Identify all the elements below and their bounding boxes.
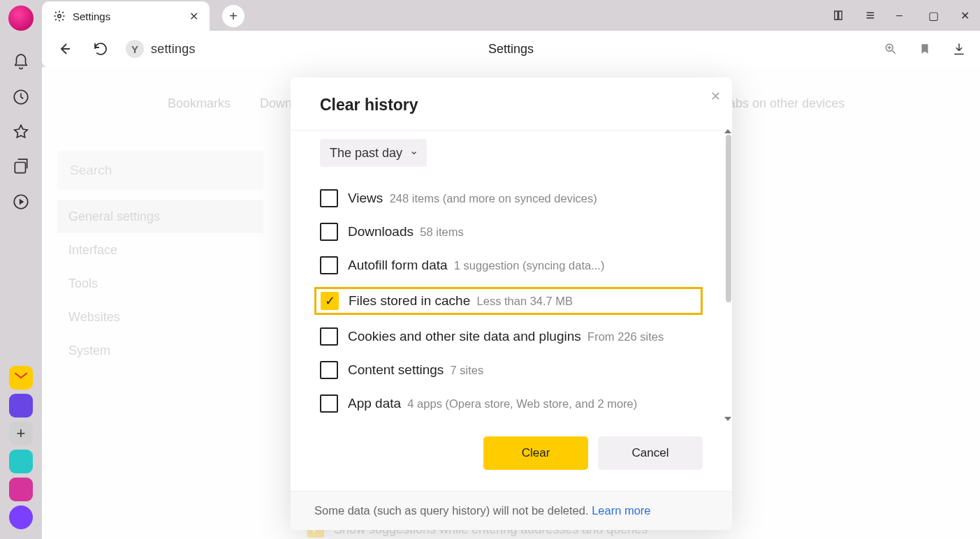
address-bar: Y settings Settings [42, 31, 980, 67]
window-controls: – ▢ ✕ [832, 0, 973, 31]
tab-settings[interactable]: Settings ✕ [42, 1, 210, 31]
app-service-2[interactable] [9, 450, 33, 473]
checkbox-appdata[interactable] [320, 394, 338, 413]
assistant-icon[interactable] [9, 505, 33, 529]
close-window-button[interactable]: ✕ [960, 9, 973, 22]
modal-footer: Some data (such as query history) will n… [291, 491, 732, 530]
scroll-down-arrow[interactable] [724, 417, 731, 421]
item-cache[interactable]: ✓ Files stored in cache Less than 34.7 M… [314, 287, 703, 315]
app-service-3[interactable] [9, 478, 33, 501]
cancel-button[interactable]: Cancel [598, 436, 703, 470]
history-icon[interactable] [12, 88, 30, 106]
checkbox-content[interactable] [320, 361, 338, 379]
checkbox-autofill[interactable] [320, 256, 338, 274]
play-icon[interactable] [12, 193, 30, 211]
svg-point-3 [58, 15, 61, 18]
star-icon[interactable] [12, 123, 30, 141]
tab-title: Settings [73, 10, 110, 22]
zoom-icon[interactable] [884, 42, 898, 56]
clear-button[interactable]: Clear [483, 436, 588, 470]
modal-scrollbar[interactable] [724, 131, 732, 420]
reload-icon[interactable] [92, 40, 109, 57]
item-autofill[interactable]: Autofill form data 1 suggestion (syncing… [320, 253, 703, 277]
item-downloads[interactable]: Downloads 58 items [320, 220, 703, 244]
download-icon[interactable] [952, 42, 966, 56]
add-app-button[interactable]: + [9, 422, 33, 445]
menu-icon[interactable] [864, 9, 877, 22]
footer-text: Some data (such as query history) will n… [314, 504, 592, 517]
left-sidebar: + [0, 0, 42, 539]
maximize-button[interactable]: ▢ [928, 9, 941, 22]
modal-title: Clear history [320, 96, 418, 114]
item-content-settings[interactable]: Content settings 7 sites [320, 358, 703, 382]
item-app-data[interactable]: App data 4 apps (Opera store, Web store,… [320, 392, 703, 415]
clear-history-modal: Clear history ✕ The past day Views 248 i… [291, 77, 732, 530]
bell-icon[interactable] [12, 53, 30, 71]
app-mail[interactable] [9, 366, 33, 390]
svg-rect-1 [15, 163, 25, 173]
scroll-thumb[interactable] [726, 135, 731, 302]
time-range-select[interactable]: The past day [320, 139, 427, 167]
checkbox-downloads[interactable] [320, 223, 338, 241]
minimize-button[interactable]: – [896, 9, 909, 22]
reading-mode-icon[interactable] [832, 9, 844, 22]
close-tab-icon[interactable]: ✕ [189, 10, 198, 23]
back-icon[interactable] [56, 40, 73, 57]
item-cookies[interactable]: Cookies and other site data and plugins … [320, 325, 703, 348]
item-views[interactable]: Views 248 items (and more on synced devi… [320, 186, 703, 210]
learn-more-link[interactable]: Learn more [592, 504, 650, 517]
checkbox-cookies[interactable] [320, 327, 338, 346]
collections-icon[interactable] [12, 158, 30, 176]
app-tiles: + [7, 366, 35, 529]
checkbox-views[interactable] [320, 189, 338, 207]
address-text[interactable]: settings [151, 42, 196, 57]
gear-icon [53, 10, 66, 22]
checkbox-cache[interactable]: ✓ [321, 292, 339, 310]
bookmark-icon[interactable] [919, 42, 931, 56]
modal-close-button[interactable]: ✕ [710, 89, 721, 104]
clear-items-list: Views 248 items (and more on synced devi… [320, 186, 703, 415]
scroll-up-arrow[interactable] [724, 129, 731, 133]
profile-avatar[interactable] [8, 6, 34, 31]
site-identity-icon[interactable]: Y [126, 40, 144, 58]
app-service-1[interactable] [9, 394, 33, 418]
new-tab-button[interactable]: + [222, 5, 244, 27]
settings-content: Bookmarks Downlo Tabs on other devices S… [42, 67, 980, 539]
